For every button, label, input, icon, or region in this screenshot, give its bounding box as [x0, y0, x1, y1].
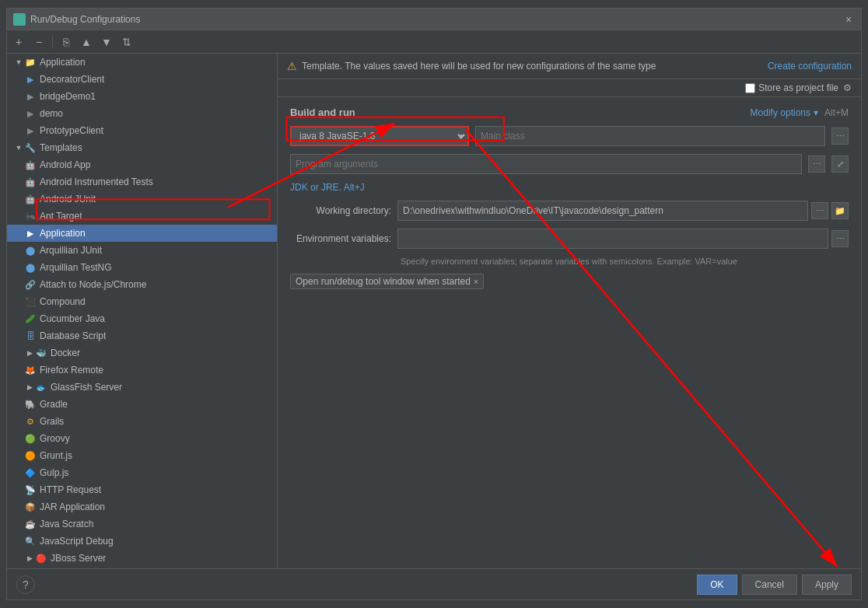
tree-item-database-script[interactable]: 🗄 Database Script	[7, 327, 277, 344]
jar-icon: 📦	[24, 501, 37, 513]
title-bar: Run/Debug Configurations ×	[7, 9, 861, 30]
env-vars-label: Environment variables:	[290, 233, 391, 244]
item-label: Grunt.js	[40, 450, 72, 461]
docker-icon: 🐳	[35, 347, 47, 359]
toolbar-separator	[52, 36, 53, 48]
tree-item-docker[interactable]: ▶ 🐳 Docker	[7, 344, 277, 362]
close-button[interactable]: ×	[842, 13, 855, 26]
item-label: JAR Application	[40, 501, 105, 512]
tree-item-java-scratch[interactable]: ☕ Java Scratch	[7, 515, 277, 533]
tree-item-arquillian-junit[interactable]: ⬤ Arquillian JUnit	[7, 242, 277, 259]
working-dir-input[interactable]	[397, 201, 808, 221]
move-down-button[interactable]: ▼	[98, 33, 115, 51]
app-icon: ▶	[24, 73, 37, 86]
tree-item-decorator-client[interactable]: ▶ DecoratorClient	[7, 71, 277, 88]
tree-item-ant-target[interactable]: 🐜 Ant Target	[7, 208, 277, 225]
item-label: PrototypeClient	[40, 125, 103, 136]
tree-item-prototype-client[interactable]: ▶ PrototypeClient	[7, 122, 277, 139]
left-panel: ▼ 📁 Application ▶ DecoratorClient ▶ brid…	[7, 54, 278, 568]
working-dir-options-button[interactable]: ⋯	[811, 202, 828, 219]
scratch-icon: ☕	[24, 518, 37, 530]
tree-item-groovy[interactable]: 🟢 Groovy	[7, 430, 277, 447]
tree-item-http-request[interactable]: 📡 HTTP Request	[7, 481, 277, 498]
help-icon: ?	[23, 578, 29, 591]
wrench-icon: 🔧	[24, 142, 37, 154]
title-bar-text: Run/Debug Configurations	[30, 14, 842, 25]
remove-config-button[interactable]: −	[30, 33, 47, 51]
tree-section-templates[interactable]: ▼ 🔧 Templates	[7, 139, 277, 156]
warning-bar: ⚠ Template. The values saved here will b…	[278, 54, 861, 79]
help-button[interactable]: ?	[16, 575, 35, 594]
tree-item-arquillian-testng[interactable]: ⬤ Arquillian TestNG	[7, 259, 277, 276]
store-row: Store as project file ⚙	[278, 79, 861, 97]
add-config-button[interactable]: +	[10, 33, 27, 51]
tree-item-gradle[interactable]: 🐘 Gradle	[7, 396, 277, 413]
groovy-icon: 🟢	[24, 432, 37, 445]
item-label: JBoss Server	[51, 553, 106, 564]
tree-item-android-instrumented[interactable]: 🤖 Android Instrumented Tests	[7, 173, 277, 190]
arrow-icon: ▶	[24, 348, 35, 358]
tree-item-cucumber-java[interactable]: 🥒 Cucumber Java	[7, 310, 277, 327]
tree-item-grunt[interactable]: 🟠 Grunt.js	[7, 447, 277, 464]
firefox-icon: 🦊	[24, 364, 37, 376]
modify-options-button[interactable]: Modify options ▾ Alt+M	[751, 107, 849, 118]
tree-item-attach-nodejs[interactable]: 🔗 Attach to Node.js/Chrome	[7, 276, 277, 293]
env-vars-browse-button[interactable]: ⋯	[831, 230, 849, 247]
app-icon: ▶	[24, 227, 37, 239]
create-config-link[interactable]: Create configuration	[768, 61, 852, 72]
cancel-button[interactable]: Cancel	[742, 575, 797, 595]
main-class-input[interactable]	[475, 126, 825, 146]
main-class-browse-button[interactable]: ⋯	[831, 128, 849, 145]
program-args-row: ⋯ ⤢	[290, 154, 849, 174]
tree-item-firefox-remote[interactable]: 🦊 Firefox Remote	[7, 362, 277, 379]
copy-config-button[interactable]: ⎘	[58, 33, 75, 51]
item-label: Compound	[40, 296, 86, 307]
item-label: GlassFish Server	[51, 382, 122, 393]
tree-item-application-template[interactable]: ▶ Application	[7, 225, 277, 242]
jdk-jre-row: JDK or JRE. Alt+J	[290, 182, 849, 193]
item-label: Gulp.js	[40, 467, 68, 478]
tree-item-javascript-debug[interactable]: 🔍 JavaScript Debug	[7, 533, 277, 550]
program-args-input[interactable]	[290, 154, 802, 174]
store-checkbox[interactable]	[745, 83, 755, 93]
ok-button[interactable]: OK	[697, 575, 737, 595]
env-vars-input[interactable]	[397, 229, 828, 249]
store-label: Store as project file	[758, 82, 838, 93]
grunt-icon: 🟠	[24, 449, 37, 462]
app-icon: ▶	[24, 90, 37, 103]
tree-item-grails[interactable]: ⚙ Grails	[7, 413, 277, 430]
working-dir-browse-button[interactable]: 📁	[831, 202, 849, 219]
modify-options-label: Modify options	[751, 107, 810, 118]
warning-icon: ⚠	[287, 60, 297, 72]
http-icon: 📡	[24, 484, 37, 496]
tree-item-compound[interactable]: ⬛ Compound	[7, 293, 277, 310]
prog-args-expand-button[interactable]: ⤢	[831, 155, 849, 173]
prog-args-options-button[interactable]: ⋯	[808, 155, 825, 173]
tree-item-gulp[interactable]: 🔷 Gulp.js	[7, 464, 277, 481]
settings-gear-icon[interactable]: ⚙	[843, 82, 852, 93]
tree-item-demo[interactable]: ▶ demo	[7, 105, 277, 122]
sort-button[interactable]: ⇅	[118, 33, 135, 51]
open-tool-window-label: Open run/debug tool window when started	[296, 276, 471, 287]
tree-item-jar-application[interactable]: 📦 JAR Application	[7, 498, 277, 515]
gulp-icon: 🔷	[24, 466, 37, 479]
env-vars-row: Environment variables: ⋯	[290, 229, 849, 249]
working-dir-label: Working directory:	[290, 205, 391, 216]
item-label: Android JUnit	[40, 194, 96, 204]
tree-item-glassfish[interactable]: ▶ 🐟 GlassFish Server	[7, 379, 277, 396]
jdk-select[interactable]: java 8 JavaSE-1.8 java 11 java 17	[292, 128, 467, 145]
open-tool-window-close-button[interactable]: ×	[474, 277, 478, 286]
move-up-button[interactable]: ▲	[78, 33, 95, 51]
open-tool-window-row: Open run/debug tool window when started …	[290, 274, 849, 289]
tree-item-android-junit[interactable]: 🤖 Android JUnit	[7, 190, 277, 208]
tree-section-application[interactable]: ▼ 📁 Application	[7, 54, 277, 71]
tree-item-jboss[interactable]: ▶ 🔴 JBoss Server	[7, 550, 277, 567]
tree-item-android-app[interactable]: 🤖 Android App	[7, 156, 277, 173]
item-label: Java Scratch	[40, 519, 93, 529]
apply-button[interactable]: Apply	[802, 575, 852, 595]
item-label: Android App	[40, 159, 90, 170]
arrow-icon: ▼	[13, 142, 24, 153]
section-label: Application	[40, 57, 86, 68]
item-label: Docker	[51, 348, 80, 358]
tree-item-bridge-demo[interactable]: ▶ bridgeDemo1	[7, 88, 277, 105]
